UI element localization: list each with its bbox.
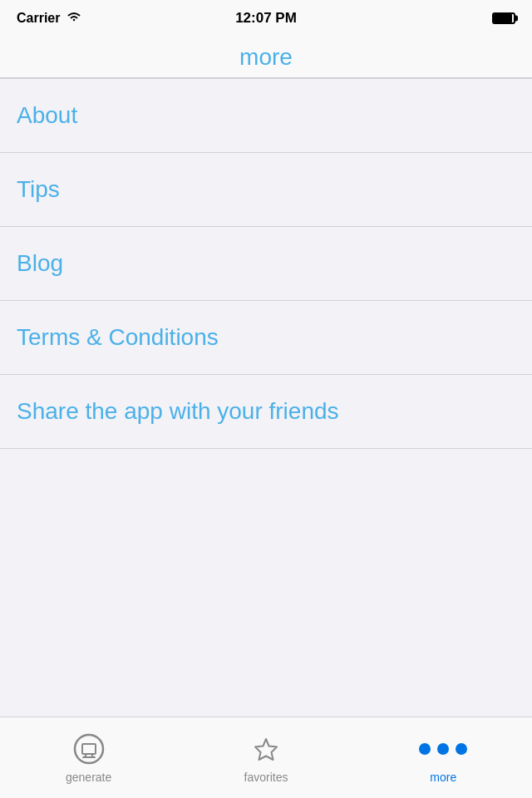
menu-list: About Tips Blog Terms & Conditions Share… xyxy=(0,78,532,449)
more-icon xyxy=(426,732,460,766)
dot-1 xyxy=(419,743,431,755)
favorites-icon xyxy=(249,732,283,766)
tab-more-label: more xyxy=(430,771,456,784)
battery-icon xyxy=(492,12,515,24)
menu-item-share[interactable]: Share the app with your friends xyxy=(0,375,532,449)
tab-generate[interactable]: generate xyxy=(39,732,139,784)
page-title: more xyxy=(239,44,293,71)
svg-point-0 xyxy=(75,735,103,763)
menu-item-tips[interactable]: Tips xyxy=(0,153,532,227)
menu-item-blog[interactable]: Blog xyxy=(0,227,532,301)
battery-fill xyxy=(494,14,512,22)
tab-favorites-label: favorites xyxy=(244,771,288,784)
menu-item-blog-label: Blog xyxy=(17,250,63,276)
tab-more[interactable]: more xyxy=(393,732,493,784)
menu-item-about-label: About xyxy=(17,102,77,128)
menu-item-terms[interactable]: Terms & Conditions xyxy=(0,301,532,375)
menu-item-share-label: Share the app with your friends xyxy=(17,398,339,424)
menu-item-tips-label: Tips xyxy=(17,176,60,202)
tab-favorites[interactable]: favorites xyxy=(216,732,316,784)
menu-item-terms-label: Terms & Conditions xyxy=(17,324,219,350)
dot-3 xyxy=(456,743,467,755)
nav-header: more xyxy=(0,37,532,78)
tab-bar: generate favorites more xyxy=(0,717,532,798)
battery-indicator xyxy=(492,12,515,24)
carrier-label: Carrier xyxy=(17,11,60,26)
tab-generate-label: generate xyxy=(66,771,111,784)
generate-icon xyxy=(72,732,106,766)
more-dots xyxy=(419,743,467,755)
svg-marker-5 xyxy=(255,739,277,760)
wifi-icon xyxy=(66,11,81,26)
dot-2 xyxy=(437,743,449,755)
menu-item-about[interactable]: About xyxy=(0,78,532,153)
status-time: 12:07 PM xyxy=(235,10,297,27)
status-bar: Carrier 12:07 PM xyxy=(0,0,532,37)
status-left: Carrier xyxy=(17,11,81,26)
svg-rect-1 xyxy=(82,744,96,754)
